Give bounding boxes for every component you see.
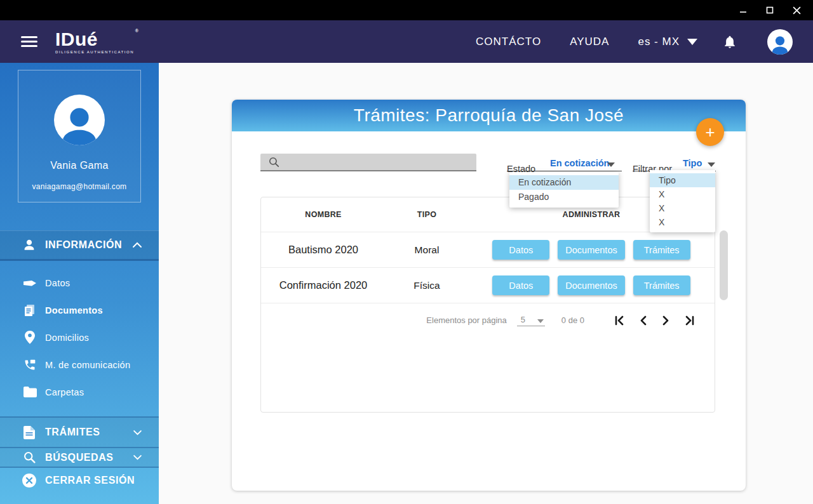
filtrar-option-x1[interactable]: X: [650, 187, 715, 201]
first-page-button[interactable]: [614, 315, 625, 326]
cell-tipo: Moral: [386, 244, 468, 256]
documentos-button[interactable]: Documentos: [558, 275, 624, 295]
filtrar-option-x3[interactable]: X: [650, 215, 715, 229]
chevron-down-icon[interactable]: [607, 162, 615, 167]
items-per-page-label: Elementos por página: [426, 315, 506, 325]
next-page-button[interactable]: [661, 315, 671, 326]
cell-nombre: Confirmación 2020: [261, 279, 386, 291]
tramites-button[interactable]: Trámites: [633, 275, 690, 295]
location-pin-icon: [23, 331, 37, 344]
app-logo: IDué® DILIGENCE AUTHENTICATION: [55, 30, 134, 54]
nav-ayuda[interactable]: AYUDA: [570, 36, 609, 48]
user-avatar[interactable]: [767, 29, 793, 55]
estado-option-en-cotizacion[interactable]: En cotización: [509, 175, 619, 190]
last-page-icon: [684, 315, 695, 326]
minimize-button[interactable]: [738, 5, 748, 15]
chevron-down-icon: [133, 454, 142, 460]
maximize-icon: [766, 6, 774, 14]
logo-subtext: DILIGENCE AUTHENTICATION: [55, 50, 134, 54]
sidebar-section-informacion[interactable]: INFORMACIÓN: [0, 230, 159, 261]
search-icon: [22, 451, 37, 464]
profile-name: Vania Gama: [18, 160, 140, 171]
estado-dropdown-panel: En cotización Pagado: [509, 172, 619, 208]
tramites-table: NOMBRE TIPO ADMINISTRAR Bautismo 2020 Mo…: [260, 197, 715, 413]
tramites-card: Trámites: Parroquía de San José + Estado…: [232, 100, 746, 491]
search-icon: [268, 156, 280, 168]
cell-tipo: Física: [386, 280, 468, 291]
sidebar: Vania Gama vaniagamag@hotmail.com INFORM…: [0, 63, 159, 504]
sidebar-item-label: Datos: [45, 278, 70, 288]
menu-icon[interactable]: [21, 36, 37, 47]
sidebar-section-busquedas[interactable]: BÚSQUEDAS: [0, 447, 159, 468]
app-header: IDué® DILIGENCE AUTHENTICATION CONTÁCTO …: [0, 20, 813, 63]
scrollbar-thumb[interactable]: [720, 230, 728, 300]
minimize-icon: [739, 6, 747, 14]
page-size-select[interactable]: 5: [517, 315, 545, 326]
person-icon: [769, 34, 791, 55]
page-range-label: 0 de 0: [561, 315, 584, 325]
person-icon: [57, 103, 102, 145]
table-row: Confirmación 2020 Física Datos Documento…: [261, 267, 715, 303]
nav-contacto[interactable]: CONTÁCTO: [476, 36, 541, 48]
sidebar-item-label: M. de comunicación: [45, 360, 130, 370]
first-page-icon: [614, 315, 625, 326]
close-circle-icon: [22, 474, 37, 487]
estado-select[interactable]: En cotización: [550, 158, 609, 168]
notifications-button[interactable]: [723, 34, 737, 50]
paginator: Elementos por página 5 0 de 0: [261, 303, 715, 337]
column-header-tipo: TIPO: [386, 210, 468, 219]
person-icon: [22, 238, 37, 252]
sidebar-section-label: INFORMACIÓN: [45, 239, 132, 251]
sidebar-section-label: TRÁMITES: [45, 427, 133, 438]
profile-card: Vania Gama vaniagamag@hotmail.com: [18, 70, 141, 202]
filtrar-option-tipo[interactable]: Tipo: [650, 173, 715, 187]
close-icon: [793, 6, 801, 15]
column-header-nombre: NOMBRE: [261, 210, 386, 219]
sidebar-item-documentos[interactable]: Documentos: [0, 296, 159, 324]
table-row: Bautismo 2020 Moral Datos Documentos Trá…: [261, 232, 715, 267]
filtrar-dropdown-panel: Tipo X X X: [650, 170, 715, 232]
folder-icon: [23, 387, 37, 397]
sidebar-item-datos[interactable]: Datos: [0, 269, 159, 296]
language-value: es - MX: [638, 36, 680, 48]
search-box: [260, 154, 476, 171]
datos-button[interactable]: Datos: [492, 240, 549, 260]
card-header: Trámites: Parroquía de San José: [232, 100, 746, 131]
sidebar-item-label: Domicilios: [45, 333, 89, 343]
documentos-button[interactable]: Documentos: [558, 240, 624, 260]
profile-email: vaniagamag@hotmail.com: [18, 182, 140, 191]
search-input[interactable]: [285, 157, 476, 167]
filtrar-option-x2[interactable]: X: [650, 201, 715, 215]
sidebar-item-domicilios[interactable]: Domicilios: [0, 324, 159, 351]
datos-button[interactable]: Datos: [492, 275, 549, 295]
logout-button[interactable]: CERRAR SESIÓN: [0, 468, 159, 493]
label-tag-icon: [23, 279, 37, 288]
language-selector[interactable]: es - MX: [638, 36, 697, 48]
previous-page-button[interactable]: [638, 315, 648, 326]
close-button[interactable]: [791, 5, 802, 15]
window-titlebar: [0, 0, 813, 20]
sidebar-submenu: Datos Documentos Domic: [0, 261, 159, 412]
last-page-button[interactable]: [684, 315, 695, 326]
sidebar-item-carpetas[interactable]: Carpetas: [0, 378, 159, 406]
estado-option-pagado[interactable]: Pagado: [509, 190, 619, 204]
estado-underline: [507, 171, 622, 171]
phone-icon: [23, 359, 37, 371]
sidebar-section-label: BÚSQUEDAS: [45, 452, 133, 463]
profile-avatar: [54, 95, 105, 145]
maximize-button[interactable]: [765, 5, 775, 15]
documents-icon: [23, 304, 37, 317]
main-content: Trámites: Parroquía de San José + Estado…: [159, 63, 813, 504]
cell-actions: Datos Documentos Trámites: [468, 240, 715, 260]
chevron-right-icon: [661, 315, 671, 326]
filtrar-select[interactable]: Tipo: [683, 158, 702, 168]
tramites-button[interactable]: Trámites: [633, 240, 690, 260]
sidebar-section-tramites[interactable]: TRÁMITES: [0, 416, 159, 447]
paginator-nav: [614, 315, 695, 326]
chevron-down-icon[interactable]: [708, 162, 715, 167]
trademark-mark: ®: [135, 29, 139, 33]
chevron-down-icon: [537, 319, 544, 323]
sidebar-item-label: Carpetas: [45, 387, 84, 397]
sidebar-item-comunicacion[interactable]: M. de comunicación: [0, 351, 159, 378]
add-button[interactable]: +: [696, 118, 724, 146]
